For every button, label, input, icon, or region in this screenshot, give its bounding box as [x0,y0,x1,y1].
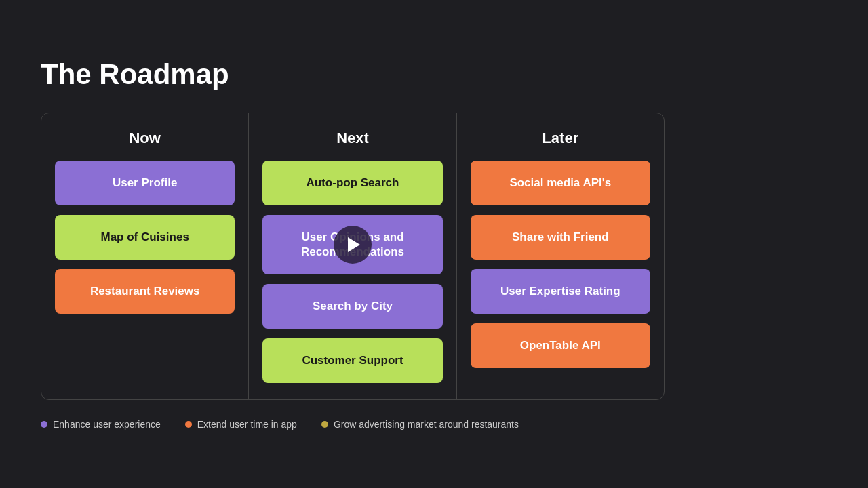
legend-item-0: Enhance user experience [41,419,161,430]
card-next-3[interactable]: Customer Support [262,338,442,383]
card-later-0[interactable]: Social media API's [471,161,650,205]
page-title: The Roadmap [41,58,229,91]
play-icon [348,237,360,252]
card-next-0[interactable]: Auto-pop Search [262,161,442,205]
legend-dot-0 [41,421,47,428]
col-now: NowUser ProfileMap of CuisinesRestaurant… [41,113,249,399]
card-later-2[interactable]: User Expertise Rating [471,269,650,314]
card-later-3[interactable]: OpenTable API [471,323,650,368]
legend-label-0: Enhance user experience [53,419,161,430]
legend-dot-2 [321,421,328,428]
card-next-1[interactable]: User Opinions and Recommendations [262,215,442,274]
card-later-1[interactable]: Share with Friend [471,215,650,260]
legend-dot-1 [185,421,192,428]
card-next-2[interactable]: Search by City [262,284,442,329]
roadmap-table: NowUser ProfileMap of CuisinesRestaurant… [41,113,665,400]
col-next: NextAuto-pop SearchUser Opinions and Rec… [249,113,456,399]
card-now-1[interactable]: Map of Cuisines [55,215,235,260]
legend-label-1: Extend user time in app [197,419,297,430]
legend-item-1: Extend user time in app [185,419,297,430]
play-button[interactable] [334,226,372,264]
legend: Enhance user experienceExtend user time … [41,419,519,430]
col-header-later: Later [471,129,650,147]
card-now-2[interactable]: Restaurant Reviews [55,269,235,314]
col-header-now: Now [55,129,235,147]
col-header-next: Next [262,129,442,147]
card-now-0[interactable]: User Profile [55,161,235,205]
legend-item-2: Grow advertising market around restauran… [321,419,519,430]
legend-label-2: Grow advertising market around restauran… [334,419,519,430]
col-later: LaterSocial media API'sShare with Friend… [457,113,664,399]
